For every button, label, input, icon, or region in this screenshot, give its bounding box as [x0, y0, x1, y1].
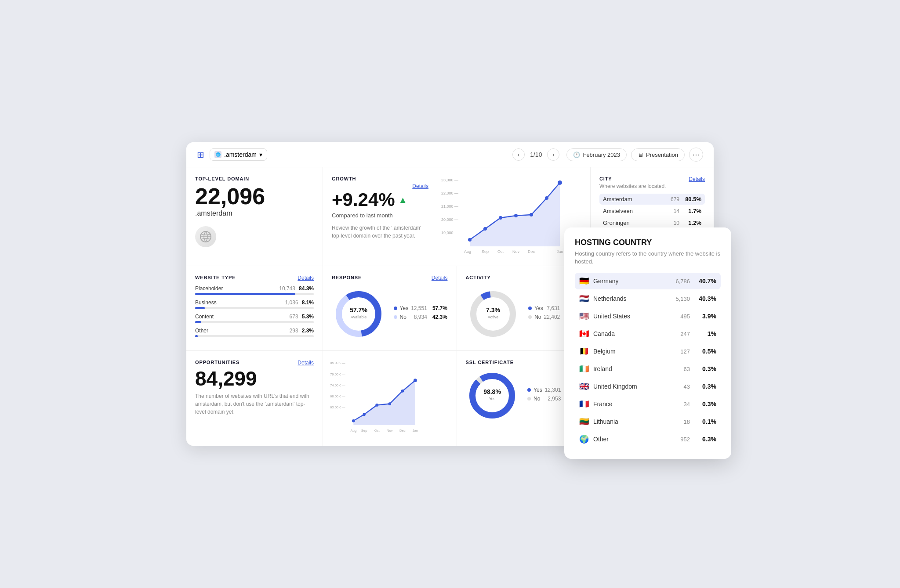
svg-text:7.3%: 7.3% [486, 307, 500, 314]
hosting-country-row: 🇺🇸United States4953.9% [575, 308, 721, 325]
tld-name: .amsterdam [195, 209, 314, 217]
website-type-row: Placeholder 10,74384.3% [195, 285, 314, 295]
svg-text:Sep: Sep [361, 429, 367, 433]
svg-point-7 [468, 238, 472, 242]
growth-value: +9.24% [332, 189, 395, 210]
chevron-down-icon: ▾ [259, 151, 262, 158]
svg-text:Active: Active [488, 315, 499, 319]
svg-text:74.00K —: 74.00K — [330, 383, 345, 387]
city-details-link[interactable]: Details [689, 176, 705, 182]
svg-text:Yes: Yes [489, 397, 496, 401]
svg-text:Available: Available [350, 315, 366, 319]
svg-point-35 [375, 404, 378, 407]
website-type-title: WEBSITE TYPE [195, 275, 314, 280]
city-row: Amsterdam67980.5% [599, 194, 705, 205]
opps-details[interactable]: Details [298, 360, 314, 366]
svg-text:68.50K —: 68.50K — [330, 394, 345, 398]
svg-text:Jan: Jan [557, 249, 563, 254]
svg-point-9 [499, 216, 502, 220]
response-legend: Yes 12,551 57.7% No 8,934 42.3% [394, 305, 447, 323]
svg-point-10 [514, 214, 518, 217]
growth-up-icon: ▲ [399, 195, 407, 205]
svg-text:Nov: Nov [387, 429, 393, 433]
response-details[interactable]: Details [432, 275, 448, 281]
city-subtitle: Where websites are located. [599, 183, 705, 189]
svg-text:19,000 —: 19,000 — [441, 231, 458, 235]
growth-details-link[interactable]: Details [332, 183, 428, 189]
svg-point-33 [352, 419, 355, 422]
svg-text:98.8%: 98.8% [483, 388, 501, 395]
svg-point-11 [530, 213, 533, 216]
hosting-country-row: 🇮🇪Ireland630.3% [575, 361, 721, 377]
response-chart: 57.7% Available [332, 288, 385, 340]
website-type-row: Content 6735.3% [195, 314, 314, 323]
more-options-button[interactable]: ⋯ [689, 148, 703, 162]
city-row: Amstelveen141.7% [599, 206, 705, 216]
monitor-icon: 🖥 [638, 152, 643, 158]
website-type-row: Other 2932.3% [195, 328, 314, 337]
hosting-country-row: 🇩🇪Germany6,78640.7% [575, 273, 721, 289]
svg-text:Oct: Oct [497, 249, 504, 254]
svg-text:Nov: Nov [512, 249, 520, 254]
svg-text:85.00K —: 85.00K — [330, 361, 345, 365]
svg-point-13 [558, 180, 562, 185]
next-page-button[interactable]: › [547, 148, 559, 161]
svg-point-12 [545, 196, 548, 200]
city-row: Groningen101.2% [599, 217, 705, 228]
growth-chart: 23,000 — 22,000 — 21,000 — 20,000 — 19,0… [433, 176, 581, 255]
hosting-country-popup: HOSTING COUNTRY Hosting country refers t… [564, 227, 731, 459]
page-indicator: 1/10 [530, 151, 542, 158]
response-card: RESPONSE Details 57.7% Available [323, 266, 457, 350]
hosting-country-row: 🇬🇧United Kingdom430.3% [575, 378, 721, 395]
svg-text:20,000 —: 20,000 — [441, 217, 458, 222]
svg-text:Dec: Dec [528, 249, 535, 254]
svg-point-36 [388, 402, 391, 405]
svg-point-24 [473, 294, 513, 334]
growth-compare: Compared to last month [332, 212, 428, 219]
tld-card: TOP-LEVEL DOMAIN 22,096 .amsterdam [186, 167, 323, 266]
activity-chart: 7.3% Active [467, 288, 519, 340]
svg-text:63.00K —: 63.00K — [330, 405, 345, 409]
svg-text:Dec: Dec [399, 429, 406, 433]
website-type-details[interactable]: Details [298, 275, 314, 281]
hosting-country-row: 🇳🇱Netherlands5,13040.3% [575, 290, 721, 307]
svg-text:79.50K —: 79.50K — [330, 372, 345, 376]
growth-title: GROWTH [332, 176, 428, 181]
date-label: February 2023 [583, 152, 620, 158]
opps-description: The number of websites with URL's that e… [195, 392, 314, 416]
svg-text:Jan: Jan [413, 429, 418, 433]
domain-selector[interactable]: 🌐 .amsterdam ▾ [210, 148, 267, 161]
popup-rows: 🇩🇪Germany6,78640.7%🇳🇱Netherlands5,13040.… [575, 273, 721, 447]
hosting-country-row: 🌍Other9526.3% [575, 431, 721, 447]
presentation-label: Presentation [646, 152, 678, 158]
svg-point-37 [401, 390, 404, 393]
growth-description: Review the growth of the '.amsterdam' to… [332, 224, 428, 240]
tld-title: TOP-LEVEL DOMAIN [195, 176, 314, 181]
date-button[interactable]: 🕐 February 2023 [566, 148, 627, 161]
hosting-country-row: 🇧🇪Belgium1270.5% [575, 343, 721, 360]
svg-point-8 [483, 227, 487, 231]
prev-page-button[interactable]: ‹ [512, 148, 525, 161]
svg-text:21,000 —: 21,000 — [441, 204, 458, 209]
response-donut: 57.7% Available Yes 12,551 57.7% No [332, 286, 448, 342]
svg-text:57.7%: 57.7% [350, 307, 367, 314]
domain-icon: 🌐 [214, 151, 221, 158]
svg-text:23,000 —: 23,000 — [441, 178, 458, 182]
hosting-country-row: 🇱🇹Lithuania180.1% [575, 413, 721, 430]
opps-chart-card: 85.00K — 79.50K — 74.00K — 68.50K — 63.0… [323, 351, 457, 446]
hosting-country-row: 🇫🇷France340.3% [575, 396, 721, 412]
domain-label: .amsterdam [224, 151, 257, 158]
svg-text:Oct: Oct [374, 429, 380, 433]
website-type-card: WEBSITE TYPE Details Placeholder 10,7438… [186, 266, 323, 350]
svg-text:22,000 —: 22,000 — [441, 191, 458, 195]
svg-text:Sep: Sep [482, 249, 489, 254]
ssl-chart: 98.8% Yes [466, 369, 519, 422]
tld-logo [195, 226, 216, 247]
tld-number: 22,096 [195, 185, 314, 208]
clock-icon: 🕐 [573, 152, 580, 158]
website-type-rows: Placeholder 10,74384.3% Business 1,0368.… [195, 285, 314, 337]
presentation-button[interactable]: 🖥 Presentation [631, 148, 685, 161]
svg-point-34 [363, 413, 366, 416]
svg-text:Aug: Aug [464, 249, 471, 254]
popup-subtitle: Hosting country refers to the country wh… [575, 250, 721, 266]
